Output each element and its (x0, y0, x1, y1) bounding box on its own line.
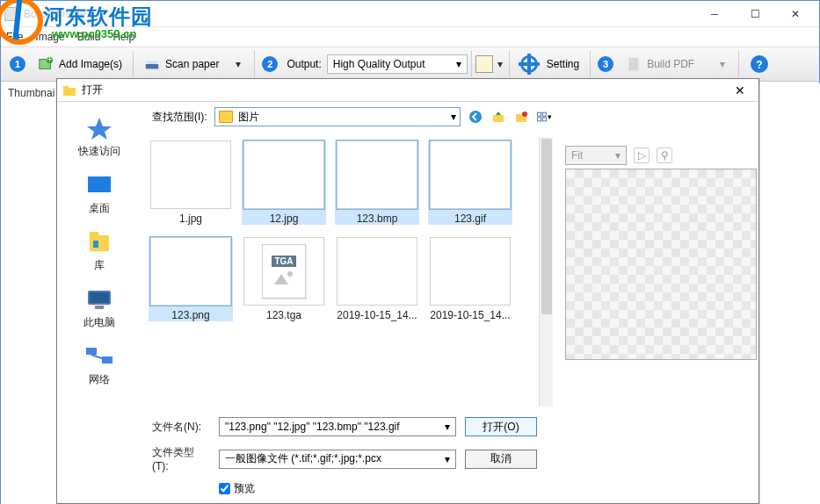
app-icon (4, 7, 18, 21)
computer-icon (84, 287, 114, 312)
svg-rect-3 (146, 64, 158, 68)
svg-rect-14 (93, 241, 98, 248)
dialog-main: 查找范围(I): 图片 ▾ ▾ (142, 102, 758, 503)
step-1-badge: 1 (10, 56, 25, 72)
svg-rect-9 (63, 86, 69, 89)
preview-checkbox-label: 预览 (234, 481, 255, 496)
output-quality-select[interactable]: High Quality Output ▾ (327, 54, 468, 74)
sidebar-item-thispc[interactable]: 此电脑 (64, 282, 134, 335)
back-icon[interactable] (468, 109, 483, 125)
svg-point-24 (522, 112, 527, 117)
file-item[interactable]: 2019-10-15_14... (428, 237, 512, 321)
setting-button[interactable]: Setting (513, 52, 586, 76)
folder-open-icon (62, 83, 76, 97)
pdf-icon (626, 56, 642, 72)
file-item[interactable]: 2019-10-15_14... (335, 237, 419, 321)
window-title: Boxoft Image ... (24, 8, 98, 20)
preview-pane: Fit▾ ▷ ⚲ (553, 137, 755, 407)
chevron-down-icon: ▾ (717, 58, 728, 70)
chevron-down-icon: ▾ (445, 421, 450, 433)
help-icon: ? (750, 54, 769, 74)
svg-rect-25 (537, 112, 541, 116)
minimize-button[interactable]: ─ (694, 1, 735, 27)
chevron-down-icon: ▾ (451, 111, 456, 123)
help-button[interactable]: ? (743, 51, 776, 77)
up-folder-icon[interactable] (490, 109, 506, 125)
places-sidebar: 快速访问 桌面 库 此电脑 网络 (57, 102, 142, 503)
file-name: 12.jpg (242, 212, 326, 225)
color-swatch[interactable] (475, 55, 493, 73)
svg-rect-28 (542, 118, 546, 121)
menu-image[interactable]: Image (35, 31, 64, 43)
file-name: 123.gif (428, 212, 512, 225)
file-item[interactable]: 123.bmp (335, 140, 419, 225)
star-icon (84, 116, 114, 140)
svg-rect-13 (90, 232, 98, 237)
menu-help[interactable]: Help (112, 31, 134, 43)
open-file-dialog: 打开 ✕ 快速访问 桌面 库 此电脑 (56, 78, 759, 504)
svg-point-21 (469, 111, 482, 123)
maximize-button[interactable]: ☐ (735, 1, 775, 27)
scanner-icon (144, 56, 160, 72)
scan-paper-button[interactable]: Scan paper ▾ (137, 53, 250, 76)
svg-text:+: + (47, 56, 52, 64)
play-icon[interactable]: ▷ (634, 148, 649, 163)
file-name: 123.bmp (335, 212, 419, 225)
svg-rect-4 (148, 61, 157, 64)
view-mode-icon[interactable]: ▾ (536, 109, 552, 125)
preview-checkbox[interactable] (219, 483, 230, 494)
dialog-close-button[interactable]: ✕ (727, 83, 753, 97)
svg-rect-22 (493, 115, 504, 122)
new-folder-icon[interactable] (513, 109, 529, 125)
chevron-down-icon: ▾ (445, 453, 450, 465)
sidebar-item-desktop[interactable]: 桌面 (64, 168, 134, 221)
filetype-select[interactable]: 一般图像文件 (*.tif;*.gif;*.jpg;*.pcx ▾ (219, 450, 456, 469)
zoom-icon[interactable]: ⚲ (657, 148, 672, 163)
sidebar-item-libraries[interactable]: 库 (64, 225, 134, 278)
svg-rect-26 (542, 112, 546, 116)
svg-rect-18 (86, 348, 97, 355)
chevron-down-icon[interactable]: ▾ (233, 58, 243, 70)
look-in-combo[interactable]: 图片 ▾ (214, 107, 461, 126)
desktop-icon (84, 173, 114, 198)
scrollbar[interactable] (539, 137, 553, 407)
file-item[interactable]: 123.png (149, 237, 233, 321)
file-item[interactable]: 123.gif (428, 140, 512, 225)
dialog-title: 打开 (82, 83, 103, 97)
sidebar-item-quickaccess[interactable]: 快速访问 (64, 111, 134, 164)
file-item[interactable]: TGA123.tga (242, 237, 326, 321)
menu-build[interactable]: Build (77, 31, 101, 43)
filename-input[interactable]: "123.png" "12.jpg" "123.bmp" "123.gif ▾ (219, 417, 456, 436)
dialog-titlebar: 打开 ✕ (57, 79, 758, 102)
preview-canvas (565, 169, 757, 360)
file-name: 123.tga (242, 309, 326, 321)
sidebar-item-network[interactable]: 网络 (64, 339, 134, 392)
folder-icon (219, 111, 233, 123)
build-pdf-button[interactable]: Build PDF ▾ (619, 53, 735, 76)
cancel-button[interactable]: 取消 (465, 450, 537, 469)
file-item[interactable]: 1.jpg (149, 140, 233, 225)
svg-point-30 (287, 271, 293, 277)
main-window: 河东软件园 www.pc0359.cn Boxoft Image ... ─ ☐… (0, 0, 820, 504)
svg-rect-12 (90, 235, 109, 251)
menubar: File Image Build Help (1, 27, 819, 47)
file-name: 2019-10-15_14... (428, 309, 512, 321)
output-label: Output: (287, 58, 321, 70)
chevron-down-icon: ▾ (615, 149, 620, 162)
add-images-button[interactable]: + Add Image(s) (31, 53, 129, 76)
file-list[interactable]: 1.jpg12.jpg123.bmp123.gif123.pngTGA123.t… (145, 137, 539, 407)
svg-marker-29 (274, 274, 288, 284)
titlebar: Boxoft Image ... ─ ☐ ✕ (1, 1, 819, 27)
svg-rect-11 (88, 176, 111, 192)
open-button[interactable]: 打开(O) (465, 417, 537, 436)
chevron-down-icon[interactable]: ▾ (495, 58, 505, 70)
menu-file[interactable]: File (6, 31, 23, 43)
network-icon (84, 344, 114, 369)
filetype-label: 文件类型(T): (152, 445, 210, 472)
step-3-badge: 3 (598, 56, 613, 72)
svg-rect-17 (95, 306, 104, 309)
close-button[interactable]: ✕ (775, 1, 816, 27)
file-item[interactable]: 12.jpg (242, 140, 326, 225)
add-image-icon: + (38, 56, 54, 72)
zoom-fit-select[interactable]: Fit▾ (565, 146, 627, 165)
